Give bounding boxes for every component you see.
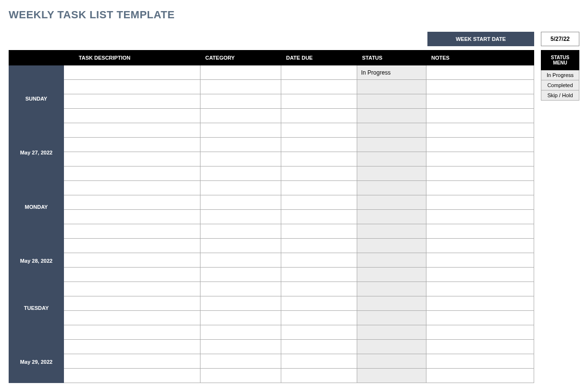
desc-cell[interactable] bbox=[64, 253, 200, 268]
week-start-date-input[interactable]: 5/27/22 bbox=[541, 32, 579, 46]
notes-cell[interactable] bbox=[426, 152, 534, 166]
desc-cell[interactable] bbox=[64, 80, 200, 94]
notes-cell[interactable] bbox=[426, 296, 534, 311]
status-cell[interactable] bbox=[357, 123, 426, 138]
status-cell[interactable] bbox=[357, 138, 426, 152]
notes-cell[interactable] bbox=[426, 369, 534, 383]
status-cell[interactable] bbox=[357, 94, 426, 109]
category-cell[interactable] bbox=[200, 369, 281, 383]
status-cell[interactable] bbox=[357, 181, 426, 195]
desc-cell[interactable] bbox=[64, 282, 200, 296]
category-cell[interactable] bbox=[200, 296, 281, 311]
dateDue-cell[interactable] bbox=[281, 65, 357, 80]
status-menu-option[interactable]: Completed bbox=[541, 80, 579, 90]
status-cell[interactable] bbox=[357, 210, 426, 224]
dateDue-cell[interactable] bbox=[281, 239, 357, 253]
dateDue-cell[interactable] bbox=[281, 109, 357, 123]
desc-cell[interactable] bbox=[64, 65, 200, 80]
status-cell[interactable] bbox=[357, 282, 426, 296]
dateDue-cell[interactable] bbox=[281, 296, 357, 311]
notes-cell[interactable] bbox=[426, 268, 534, 282]
status-cell[interactable] bbox=[357, 311, 426, 325]
notes-cell[interactable] bbox=[426, 253, 534, 268]
status-cell[interactable] bbox=[357, 369, 426, 383]
status-cell[interactable] bbox=[357, 268, 426, 282]
dateDue-cell[interactable] bbox=[281, 80, 357, 94]
desc-cell[interactable] bbox=[64, 268, 200, 282]
category-cell[interactable] bbox=[200, 123, 281, 138]
notes-cell[interactable] bbox=[426, 166, 534, 181]
status-cell[interactable] bbox=[357, 340, 426, 354]
status-menu-option[interactable]: Skip / Hold bbox=[541, 90, 579, 101]
category-cell[interactable] bbox=[200, 181, 281, 195]
notes-cell[interactable] bbox=[426, 94, 534, 109]
category-cell[interactable] bbox=[200, 239, 281, 253]
status-cell[interactable] bbox=[357, 253, 426, 268]
status-cell[interactable] bbox=[357, 239, 426, 253]
category-cell[interactable] bbox=[200, 195, 281, 210]
category-cell[interactable] bbox=[200, 109, 281, 123]
desc-cell[interactable] bbox=[64, 94, 200, 109]
dateDue-cell[interactable] bbox=[281, 138, 357, 152]
category-cell[interactable] bbox=[200, 166, 281, 181]
status-menu-option[interactable]: In Progress bbox=[541, 70, 579, 80]
dateDue-cell[interactable] bbox=[281, 325, 357, 340]
status-cell[interactable] bbox=[357, 296, 426, 311]
category-cell[interactable] bbox=[200, 325, 281, 340]
status-cell[interactable] bbox=[357, 166, 426, 181]
dateDue-cell[interactable] bbox=[281, 369, 357, 383]
notes-cell[interactable] bbox=[426, 239, 534, 253]
desc-cell[interactable] bbox=[64, 296, 200, 311]
status-cell[interactable]: In Progress bbox=[357, 65, 426, 80]
dateDue-cell[interactable] bbox=[281, 210, 357, 224]
desc-cell[interactable] bbox=[64, 224, 200, 239]
desc-cell[interactable] bbox=[64, 195, 200, 210]
notes-cell[interactable] bbox=[426, 65, 534, 80]
dateDue-cell[interactable] bbox=[281, 268, 357, 282]
category-cell[interactable] bbox=[200, 268, 281, 282]
category-cell[interactable] bbox=[200, 138, 281, 152]
status-cell[interactable] bbox=[357, 109, 426, 123]
notes-cell[interactable] bbox=[426, 325, 534, 340]
dateDue-cell[interactable] bbox=[281, 195, 357, 210]
category-cell[interactable] bbox=[200, 152, 281, 166]
desc-cell[interactable] bbox=[64, 123, 200, 138]
category-cell[interactable] bbox=[200, 94, 281, 109]
notes-cell[interactable] bbox=[426, 123, 534, 138]
category-cell[interactable] bbox=[200, 253, 281, 268]
dateDue-cell[interactable] bbox=[281, 94, 357, 109]
category-cell[interactable] bbox=[200, 340, 281, 354]
notes-cell[interactable] bbox=[426, 354, 534, 369]
notes-cell[interactable] bbox=[426, 138, 534, 152]
desc-cell[interactable] bbox=[64, 109, 200, 123]
notes-cell[interactable] bbox=[426, 224, 534, 239]
dateDue-cell[interactable] bbox=[281, 152, 357, 166]
category-cell[interactable] bbox=[200, 354, 281, 369]
desc-cell[interactable] bbox=[64, 210, 200, 224]
dateDue-cell[interactable] bbox=[281, 311, 357, 325]
desc-cell[interactable] bbox=[64, 152, 200, 166]
dateDue-cell[interactable] bbox=[281, 123, 357, 138]
dateDue-cell[interactable] bbox=[281, 181, 357, 195]
dateDue-cell[interactable] bbox=[281, 253, 357, 268]
dateDue-cell[interactable] bbox=[281, 224, 357, 239]
dateDue-cell[interactable] bbox=[281, 340, 357, 354]
dateDue-cell[interactable] bbox=[281, 282, 357, 296]
notes-cell[interactable] bbox=[426, 181, 534, 195]
category-cell[interactable] bbox=[200, 65, 281, 80]
notes-cell[interactable] bbox=[426, 80, 534, 94]
desc-cell[interactable] bbox=[64, 181, 200, 195]
status-cell[interactable] bbox=[357, 354, 426, 369]
notes-cell[interactable] bbox=[426, 282, 534, 296]
notes-cell[interactable] bbox=[426, 109, 534, 123]
notes-cell[interactable] bbox=[426, 311, 534, 325]
desc-cell[interactable] bbox=[64, 325, 200, 340]
desc-cell[interactable] bbox=[64, 138, 200, 152]
desc-cell[interactable] bbox=[64, 354, 200, 369]
desc-cell[interactable] bbox=[64, 239, 200, 253]
category-cell[interactable] bbox=[200, 210, 281, 224]
status-cell[interactable] bbox=[357, 224, 426, 239]
notes-cell[interactable] bbox=[426, 340, 534, 354]
desc-cell[interactable] bbox=[64, 166, 200, 181]
desc-cell[interactable] bbox=[64, 369, 200, 383]
